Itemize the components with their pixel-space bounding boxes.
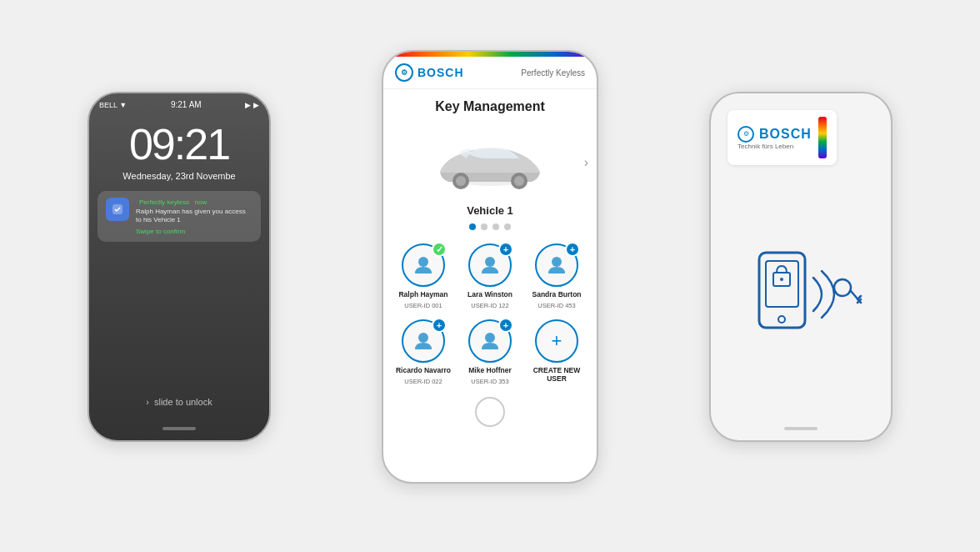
home-button-center[interactable] xyxy=(475,397,505,427)
svg-point-15 xyxy=(780,278,783,281)
bosch-logo-right: ⚙ BOSCH Technik fürs Leben xyxy=(728,110,837,165)
phone-center: ⚙ BOSCH Perfectly Keyless Key Management xyxy=(382,50,598,484)
car-carousel[interactable]: › xyxy=(383,121,597,204)
notification-card[interactable]: Perfectly keyless now Ralph Hayman has g… xyxy=(98,191,261,242)
lock-time: 09:21 xyxy=(89,119,269,169)
svg-point-9 xyxy=(418,333,428,343)
slide-arrow: › xyxy=(146,397,149,407)
user-id-ralph: USER-ID 001 xyxy=(404,302,442,309)
svg-rect-12 xyxy=(766,261,798,307)
notif-action[interactable]: Swipe to confirm xyxy=(136,228,252,235)
notif-app-name: Perfectly keyless now xyxy=(136,198,252,206)
user-id-sandra: USER-ID 453 xyxy=(538,302,575,309)
time-label-status: 9:21 AM xyxy=(171,100,202,109)
user-item-mike[interactable]: + Mike Hoffner USER-ID 353 xyxy=(462,319,518,385)
carousel-next-arrow[interactable]: › xyxy=(584,155,588,170)
user-avatar-wrap-ricardo: + xyxy=(402,319,445,363)
badge-plus-lara: + xyxy=(498,242,513,257)
lock-date: Wednesday, 23rd Novembe xyxy=(89,171,269,181)
carrier-label: BELL ▼ xyxy=(99,101,127,109)
notif-app-icon xyxy=(106,198,129,221)
dot-1[interactable] xyxy=(469,223,476,230)
brand-name-right: BOSCH xyxy=(759,127,812,142)
user-name-lara: Lara Winston xyxy=(468,290,512,299)
app-subtitle: Perfectly Keyless xyxy=(521,68,585,78)
status-icons: ▶ ▶ xyxy=(245,101,259,109)
user-id-lara: USER-ID 122 xyxy=(471,302,508,309)
create-new-avatar: + xyxy=(535,319,578,363)
app-header: ⚙ BOSCH Perfectly Keyless xyxy=(383,57,597,89)
create-new-user-item[interactable]: + CREATE NEW USER xyxy=(528,319,585,385)
dot-2[interactable] xyxy=(481,223,488,230)
phone-right: ⚙ BOSCH Technik fürs Leben xyxy=(709,92,892,442)
phone-left: BELL ▼ 9:21 AM ▶ ▶ 09:21 Wednesday, 23rd… xyxy=(88,92,271,442)
dot-3[interactable] xyxy=(492,223,499,230)
create-new-label: CREATE NEW USER xyxy=(528,366,585,383)
users-grid: ✓ Ralph Hayman USER-ID 001 + Lara Winst xyxy=(383,243,597,385)
bosch-color-stripe-right xyxy=(818,117,827,158)
user-item-ralph[interactable]: ✓ Ralph Hayman USER-ID 001 xyxy=(395,243,452,309)
svg-point-16 xyxy=(834,279,851,296)
slide-text: slide to unlock xyxy=(154,397,212,407)
svg-point-8 xyxy=(552,257,562,267)
dot-4[interactable] xyxy=(504,223,511,230)
user-id-ricardo: USER-ID 022 xyxy=(404,378,442,385)
home-indicator-right xyxy=(784,427,818,430)
bosch-tagline: Technik fürs Leben xyxy=(738,143,812,150)
user-item-lara[interactable]: + Lara Winston USER-ID 122 xyxy=(462,243,518,309)
svg-point-5 xyxy=(514,176,524,186)
nfc-illustration xyxy=(734,228,868,361)
badge-plus-mike: + xyxy=(498,318,513,333)
brand-name: BOSCH xyxy=(418,66,464,79)
slide-to-unlock[interactable]: › slide to unlock xyxy=(89,397,269,407)
user-name-mike: Mike Hoffner xyxy=(468,366,511,374)
user-avatar-wrap-lara: + xyxy=(468,243,512,287)
svg-point-6 xyxy=(418,257,428,267)
user-id-mike: USER-ID 353 xyxy=(471,378,508,385)
user-avatar-wrap-sandra: + xyxy=(535,243,578,287)
notif-body-text: Ralph Hayman has given you access to his… xyxy=(136,208,252,225)
car-image xyxy=(423,129,557,196)
right-phone-content: ⚙ BOSCH Technik fürs Leben xyxy=(711,93,891,440)
status-bar-left: BELL ▼ 9:21 AM ▶ ▶ xyxy=(89,93,269,113)
vehicle-name: Vehicle 1 xyxy=(383,204,597,217)
page-title: Key Management xyxy=(383,89,597,121)
user-item-ricardo[interactable]: + Ricardo Navarro USER-ID 022 xyxy=(395,319,452,385)
user-avatar-wrap-mike: + xyxy=(468,319,512,363)
svg-point-3 xyxy=(456,176,466,186)
user-name-sandra: Sandra Burton xyxy=(532,290,581,299)
user-name-ricardo: Ricardo Navarro xyxy=(396,366,451,374)
badge-check-ralph: ✓ xyxy=(432,242,447,257)
phones-container: BELL ▼ 9:21 AM ▶ ▶ 09:21 Wednesday, 23rd… xyxy=(0,0,980,552)
bosch-logo: ⚙ BOSCH xyxy=(395,63,464,82)
user-avatar-wrap-ralph: ✓ xyxy=(402,243,445,287)
notification-content: Perfectly keyless now Ralph Hayman has g… xyxy=(136,198,252,235)
user-item-sandra[interactable]: + Sandra Burton USER-ID 453 xyxy=(528,243,585,309)
bosch-icon-right: ⚙ xyxy=(738,126,754,143)
carousel-dots xyxy=(383,223,597,230)
home-indicator xyxy=(162,427,196,430)
bosch-circle-icon: ⚙ xyxy=(395,63,413,82)
svg-point-13 xyxy=(778,316,785,323)
svg-point-7 xyxy=(485,257,495,267)
badge-plus-sandra: + xyxy=(565,242,580,257)
user-name-ralph: Ralph Hayman xyxy=(398,290,448,299)
svg-point-10 xyxy=(485,333,495,343)
badge-plus-ricardo: + xyxy=(432,318,447,333)
